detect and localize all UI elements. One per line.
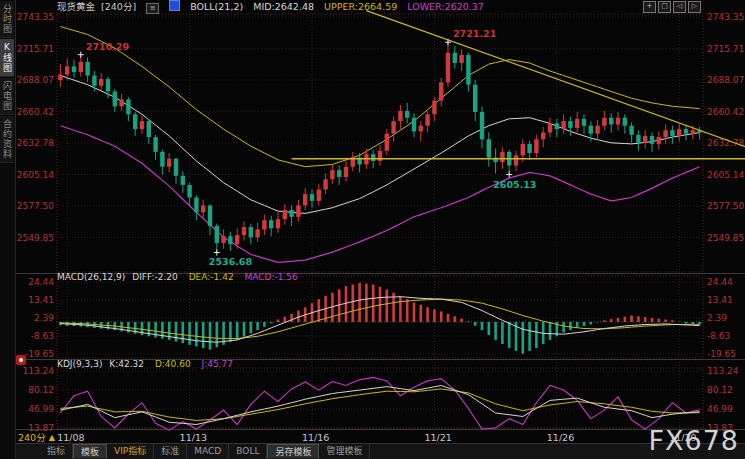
trading-app-window: 2743.352743.352715.712715.712688.072688.… [0, 0, 745, 459]
toolbar-item-macd[interactable]: MACD [187, 444, 229, 459]
chart-nav-toolbar: +□◁▷ [643, 1, 701, 13]
sidebar-tab-kline-chart[interactable]: K线图 [0, 39, 14, 77]
candlestick-series [58, 42, 702, 252]
timeframe-label[interactable]: 240分 ▲ [18, 430, 55, 444]
toolbar-item-save-template-as[interactable]: 另存模板 [267, 444, 319, 459]
x-axis-date: 11/26 [547, 432, 574, 443]
boll-upper-value: UPPER:2664.59 [324, 1, 397, 12]
x-axis-dates: 11/0811/1311/1611/2111/2611/29 [57, 432, 696, 443]
y-axis-label: 2605.14 [707, 170, 744, 180]
y-axis-label: 2743.35 [17, 12, 54, 22]
y-axis-label: 24.44 [707, 277, 733, 287]
y-axis-label: 2577.50 [17, 201, 54, 211]
sidebar-tab-lightning-chart[interactable]: 闪电图 [0, 78, 14, 115]
boll-lower-value: LOWER:2620.37 [407, 1, 484, 12]
price-annotation: 2536.68 [209, 256, 253, 267]
y-axis-label: 2688.07 [17, 75, 54, 85]
zoom-in-button[interactable]: + [643, 1, 656, 13]
y-axis-label: 113.24 [707, 366, 739, 376]
macd-label: MACD(26,12,9) [57, 272, 125, 282]
y-axis-label: 2632.78 [17, 138, 54, 148]
toolbar-item-vip-indicators[interactable]: VIP指标 [107, 444, 154, 459]
toolbar-item-template[interactable]: 模板 [73, 444, 107, 459]
y-axis-label: 2549.85 [707, 233, 744, 243]
y-axis-label: -8.63 [31, 331, 54, 341]
y-axis-label: -19.65 [25, 349, 54, 359]
period-badge: [240分] [101, 1, 136, 12]
y-axis-label: 46.99 [707, 404, 733, 414]
y-axis-label: 80.12 [707, 385, 733, 395]
macd-value: MACD:-1.56 [244, 272, 297, 282]
macd-panel-header: MACD(26,12,9) DIFF:-2.20 DEA:-1.42 MACD:… [57, 272, 306, 283]
kdj-k-value: K:42.32 [109, 359, 144, 369]
y-axis-label: 2715.71 [707, 44, 744, 54]
left-sidebar: 分时图K线图闪电图合约资料 [0, 0, 16, 459]
x-axis-date: 11/16 [302, 432, 329, 443]
scroll-left-button[interactable]: ◁ [673, 1, 686, 13]
y-axis-label: 13.41 [28, 295, 54, 305]
y-axis-label: 2660.42 [707, 107, 744, 117]
symbol-title: 现货黄金 [57, 1, 95, 12]
y-axis-label: 2.39 [707, 313, 727, 323]
kdj-panel-header: KDJ(9,3,3) K:42.32 D:40.60 J:45.77 [57, 359, 241, 370]
price-annotation: 2710.29 [86, 41, 129, 52]
y-axis-label: 2660.42 [17, 107, 54, 117]
y-axis-label: -19.65 [707, 349, 736, 359]
y-axis-label: 13.41 [707, 295, 733, 305]
y-axis-label: 46.99 [28, 404, 54, 414]
sidebar-tab-contract-info[interactable]: 合约资料 [0, 116, 14, 163]
macd-dea-value: DEA:-1.42 [189, 272, 234, 282]
y-axis-label: 2688.07 [707, 75, 744, 85]
boll-mid-value: MID:2642.48 [253, 1, 314, 12]
toolbar-item-indicators[interactable]: 指标 [40, 444, 73, 459]
alert-marker-icon[interactable] [16, 355, 26, 365]
y-axis-label: 2549.85 [17, 233, 54, 243]
indicator-icon[interactable] [169, 0, 180, 11]
y-axis-label: 2715.71 [17, 44, 54, 54]
bottom-toolbar: 指标模板VIP指标标准MACDBOLL另存模板管理模板 [0, 443, 745, 459]
toolbar-item-boll[interactable]: BOLL [229, 444, 267, 459]
x-axis-date: 11/08 [57, 432, 84, 443]
toolbar-item-standard[interactable]: 标准 [154, 444, 187, 459]
kdj-label: KDJ(9,3,3) [57, 359, 102, 369]
kdj-series [60, 377, 699, 430]
chart-canvas[interactable]: 2743.352743.352715.712715.712688.072688.… [0, 0, 745, 459]
y-axis-label: 2743.35 [707, 12, 744, 22]
y-axis-label: 2.39 [34, 313, 54, 323]
timeframe-text: 240分 [18, 430, 46, 444]
x-axis-date: 11/21 [424, 432, 451, 443]
chart-header: 现货黄金 [240分] ≡ BOLL(21,2) MID:2642.48 UPP… [57, 0, 491, 13]
price-annotation: 2721.21 [453, 28, 496, 39]
toolbar-item-manage-templates[interactable]: 管理模板 [319, 444, 370, 459]
kdj-d-value: D:40.60 [155, 359, 191, 369]
restore-view-button[interactable]: □ [658, 1, 671, 13]
y-axis-label: 2605.14 [17, 170, 54, 180]
collapse-indicator-button[interactable]: ≡ [146, 3, 159, 14]
y-axis-label: 2577.50 [707, 201, 744, 211]
sidebar-tab-time-chart[interactable]: 分时图 [0, 1, 14, 38]
macd-diff-value: DIFF:-2.20 [132, 272, 178, 282]
kdj-j-value: J:45.77 [201, 359, 232, 369]
x-axis-date: 11/13 [180, 432, 207, 443]
scroll-right-button[interactable]: ▷ [688, 1, 701, 13]
kdj-axis: 113.24113.2480.1280.1246.9946.9913.8713.… [23, 366, 739, 433]
price-annotation: 2605.13 [493, 179, 536, 190]
boll-label: BOLL(21,2) [190, 1, 243, 12]
y-axis-label: 113.24 [23, 366, 55, 376]
y-axis-label: 80.12 [28, 385, 54, 395]
alert-triangle-icon: ▲ [49, 433, 55, 442]
watermark: FX678 [648, 427, 739, 454]
y-axis-label: 24.44 [28, 277, 54, 287]
y-axis-label: -8.63 [707, 331, 730, 341]
